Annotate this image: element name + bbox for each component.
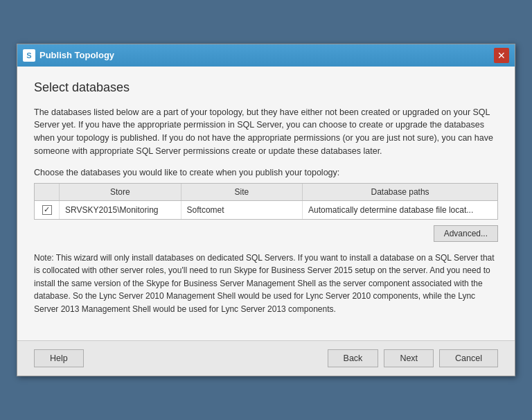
next-button[interactable]: Next xyxy=(384,349,434,367)
table-header: Store Site Database paths xyxy=(35,184,497,201)
header-store: Store xyxy=(60,184,181,200)
header-site: Site xyxy=(181,184,303,200)
row-checkbox-cell[interactable] xyxy=(35,201,60,219)
header-db-paths: Database paths xyxy=(303,184,497,200)
cancel-button[interactable]: Cancel xyxy=(439,349,498,367)
row-db-paths: Automatically determine database file lo… xyxy=(303,201,497,219)
help-button[interactable]: Help xyxy=(34,349,84,367)
note-text: Note: This wizard will only install data… xyxy=(34,252,498,316)
header-checkbox-col xyxy=(35,184,60,200)
advanced-row: Advanced... xyxy=(34,225,498,242)
row-checkbox[interactable] xyxy=(42,205,52,215)
description-text: The databases listed below are a part of… xyxy=(34,106,498,158)
title-bar: S Publish Topology ✕ xyxy=(17,44,515,67)
row-store: SRVSKY2015\Monitoring xyxy=(60,201,181,219)
back-button[interactable]: Back xyxy=(328,349,379,367)
footer-right-buttons: Back Next Cancel xyxy=(328,349,498,367)
row-site: Softcomet xyxy=(181,201,303,219)
section-title: Select databases xyxy=(34,80,498,95)
table-row: SRVSKY2015\Monitoring Softcomet Automati… xyxy=(35,201,497,219)
window-title: Publish Topology xyxy=(39,50,114,60)
title-bar-left: S Publish Topology xyxy=(23,49,114,62)
advanced-button[interactable]: Advanced... xyxy=(434,225,498,242)
close-button[interactable]: ✕ xyxy=(494,48,509,63)
main-content: Select databases The databases listed be… xyxy=(17,67,515,341)
choose-label: Choose the databases you would like to c… xyxy=(34,168,498,177)
app-icon: S xyxy=(23,49,35,62)
publish-topology-window: S Publish Topology ✕ Select databases Th… xyxy=(17,44,515,377)
footer: Help Back Next Cancel xyxy=(17,340,515,376)
databases-table: Store Site Database paths SRVSKY2015\Mon… xyxy=(34,183,498,220)
